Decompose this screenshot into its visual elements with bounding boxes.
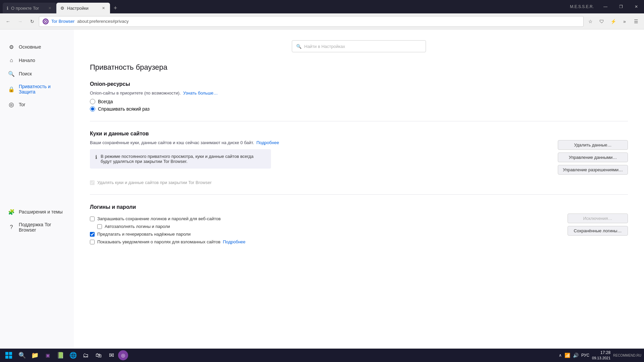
tab-icon-1: ℹ [7, 6, 8, 11]
radio-always-input[interactable] [90, 99, 95, 104]
manage-permissions-button[interactable]: Управление разрешениями… [558, 165, 628, 175]
puzzle-icon: 🧩 [8, 208, 15, 215]
divider-1 [90, 121, 628, 121]
tab-label-2: Настройки [67, 6, 89, 11]
sidebar-label-nachalo: Начало [19, 58, 35, 63]
checkbox-breach-alerts[interactable]: Показывать уведомления о паролях для взл… [90, 239, 559, 244]
cookies-learn-more-link[interactable]: Подробнее [256, 140, 279, 145]
start-button[interactable] [3, 349, 15, 361]
checkbox-ask-save[interactable]: Запрашивать сохранение логинов и паролей… [90, 216, 559, 221]
taskbar-folder-icon[interactable]: 📁 [29, 349, 41, 361]
home-icon: ⌂ [8, 57, 15, 64]
checkbox-delete-on-close[interactable]: Удалять куки и данные сайтов при закрыти… [90, 180, 628, 185]
taskbar-edge-icon[interactable]: 🌐 [67, 349, 79, 361]
checkbox-autofill[interactable]: Автозаполнять логины и пароли [97, 224, 559, 229]
taskbar-sound-icon[interactable]: 🔊 [573, 353, 579, 358]
sidebar-item-nachalo[interactable]: ⌂ Начало [0, 54, 74, 67]
browser-content: ⚙ Основные ⌂ Начало 🔍 Поиск 🔒 Приватност… [0, 29, 644, 349]
help-icon: ? [8, 224, 15, 231]
sidebar-item-osnovnye[interactable]: ⚙ Основные [0, 40, 74, 54]
sidebar-label-tor: Tor [19, 102, 25, 107]
menu-icon[interactable]: ☰ [631, 16, 641, 27]
lock-icon: 🔒 [8, 86, 15, 93]
radio-ask-input[interactable] [90, 106, 95, 112]
onion-title: Onion-ресурсы [90, 81, 628, 87]
checkbox-suggest-password[interactable]: Предлагать и генерировать надёжные парол… [90, 232, 559, 237]
gear-icon: ⚙ [8, 44, 15, 50]
delete-data-button[interactable]: Удалить данные… [558, 140, 628, 150]
logins-section: Логины и пароли Запрашивать сохранение л… [90, 204, 628, 247]
sidebar-item-podderzhka[interactable]: ? Поддержка Tor Browser [0, 219, 74, 236]
minimize-button[interactable]: — [598, 0, 613, 13]
taskbar-chevron-icon[interactable]: ∧ [559, 353, 562, 358]
taskbar-mail-icon[interactable]: ✉ [105, 349, 117, 361]
sidebar-item-tor[interactable]: ◎ Tor [0, 98, 74, 111]
taskbar: 🔍 📁 ▣ 📗 🌐 🗂 🛍 ✉ ◎ ∧ 📶 🔊 РУС 17:28 09.13.… [0, 349, 644, 362]
taskbar-search-icon[interactable]: 🔍 [16, 349, 28, 361]
radio-always-label: Всегда [98, 99, 113, 104]
onion-learn-more-link[interactable]: Узнать больше… [183, 90, 218, 96]
new-tab-button[interactable]: + [110, 3, 121, 13]
reload-button[interactable]: ↻ [27, 16, 38, 27]
checkbox-delete-on-close-input[interactable] [90, 180, 95, 185]
settings-search[interactable]: 🔍 Найти в Настройках [292, 40, 426, 52]
logins-title: Логины и пароли [90, 204, 628, 210]
logins-sub-checkboxes: Автозаполнять логины и пароли [97, 224, 559, 229]
cookies-desc: Ваши сохранённые куки, данные сайтов и к… [90, 140, 550, 145]
taskbar-app-icon-green[interactable]: 📗 [54, 349, 66, 361]
sidebar-label-privatnost: Приватность и Защита [19, 84, 66, 95]
taskbar-store-icon[interactable]: 🛍 [93, 349, 105, 361]
cookies-checkbox-wrapper: Удалять куки и данные сайтов при закрыти… [90, 180, 628, 185]
tab-о-проекте[interactable]: ℹ О проекте Tor ✕ [3, 3, 56, 13]
checkbox-breach-alerts-label: Показывать уведомления о паролях для взл… [97, 239, 246, 244]
radio-always[interactable]: Всегда [90, 99, 628, 104]
back-button[interactable]: ← [3, 16, 13, 27]
taskbar-files-icon[interactable]: 🗂 [80, 349, 92, 361]
taskbar-office-icon[interactable]: ▣ [42, 349, 54, 361]
exceptions-button[interactable]: Исключения… [568, 214, 628, 223]
checkbox-suggest-password-input[interactable] [90, 232, 95, 237]
search-wrapper: 🔍 Найти в Настройках [90, 40, 628, 52]
shield-icon[interactable]: 🛡 [596, 16, 607, 27]
manage-data-button[interactable]: Управление данными… [558, 153, 628, 162]
checkbox-delete-on-close-label: Удалять куки и данные сайтов при закрыти… [97, 180, 212, 185]
tab-close-2[interactable]: ✕ [101, 5, 106, 11]
sidebar-item-rasshireniya[interactable]: 🧩 Расширения и темы [0, 205, 74, 219]
breach-learn-more-link[interactable]: Подробнее [223, 239, 245, 244]
forward-button[interactable]: → [15, 16, 25, 27]
settings-panel: 🔍 Найти в Настройках Приватность браузер… [74, 29, 644, 349]
nav-icons-right: ☆ 🛡 ⚡ » ☰ [585, 16, 641, 27]
taskbar-right: ∧ 📶 🔊 РУС 17:28 09.13.2021 RECOMMEND.RU [559, 350, 641, 361]
extensions-icon[interactable]: » [619, 16, 630, 27]
taskbar-tor-icon[interactable]: ◎ [118, 350, 128, 360]
taskbar-clock[interactable]: 17:28 09.13.2021 [592, 350, 610, 361]
sidebar-item-privatnost[interactable]: 🔒 Приватность и Защита [0, 80, 74, 98]
checkbox-ask-save-label: Запрашивать сохранение логинов и паролей… [97, 216, 221, 221]
sidebar-label-poisk: Поиск [19, 71, 32, 76]
window-title: M.E.S.S.E.R. [566, 4, 598, 9]
maximize-button[interactable]: ❐ [613, 0, 629, 13]
logins-left: Запрашивать сохранение логинов и паролей… [90, 214, 559, 247]
tab-close-1[interactable]: ✕ [47, 5, 52, 11]
sidebar: ⚙ Основные ⌂ Начало 🔍 Поиск 🔒 Приватност… [0, 29, 74, 349]
page-title: Приватность браузера [90, 63, 628, 72]
checkbox-autofill-input[interactable] [97, 224, 102, 229]
logins-buttons: Исключения… Сохранённые логины… [568, 214, 628, 236]
saved-logins-button[interactable]: Сохранённые логины… [568, 226, 628, 236]
sidebar-label-rasshireniya: Расширения и темы [19, 209, 63, 215]
taskbar-network-icon[interactable]: 📶 [565, 353, 570, 358]
vpn-icon[interactable]: ⚡ [608, 16, 619, 27]
bookmark-icon[interactable]: ☆ [585, 16, 596, 27]
cookies-section: Куки и данные сайтов Ваши сохранённые ку… [90, 131, 628, 185]
tor-logo-icon [43, 18, 49, 24]
checkbox-ask-save-input[interactable] [90, 217, 95, 221]
close-button[interactable]: ✕ [629, 0, 644, 13]
tab-bar: ℹ О проекте Tor ✕ ⚙ Настройки ✕ + M.E.S.… [0, 0, 644, 13]
sidebar-item-poisk[interactable]: 🔍 Поиск [0, 67, 74, 80]
radio-ask[interactable]: Спрашивать всякий раз [90, 106, 628, 112]
address-bar[interactable]: Tor Browser about:preferences#privacy [39, 16, 584, 27]
checkbox-breach-alerts-input[interactable] [90, 240, 95, 244]
search-placeholder: Найти в Настройках [304, 44, 345, 49]
tab-nastroyki[interactable]: ⚙ Настройки ✕ [56, 3, 110, 13]
cookies-content: Ваши сохранённые куки, данные сайтов и к… [90, 140, 628, 175]
